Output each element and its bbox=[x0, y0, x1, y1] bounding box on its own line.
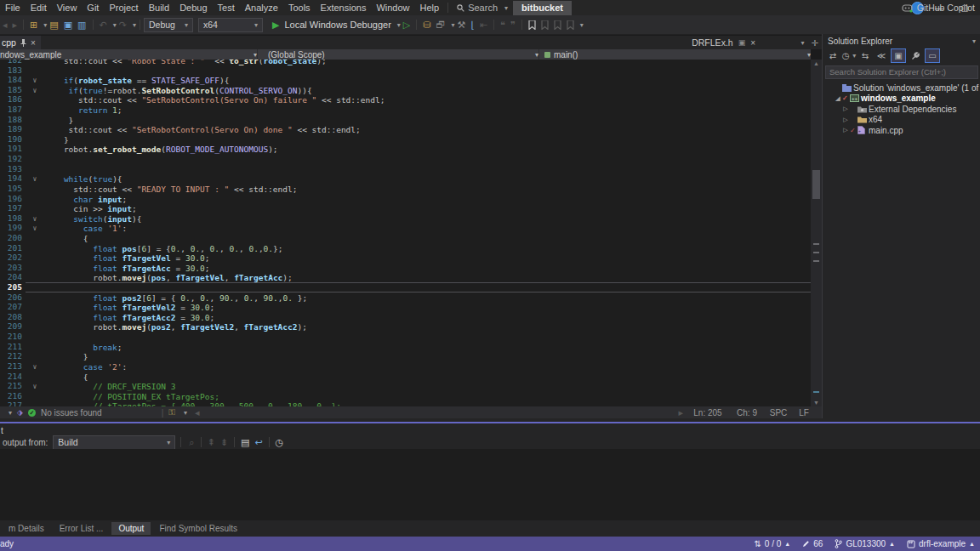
redo-icon[interactable]: ↷ bbox=[117, 20, 129, 31]
code-line-186[interactable]: 186 std::cout << "SetRobotControl(Servo … bbox=[0, 94, 811, 105]
code-line-217[interactable]: 217 // tTargetPos = { 400., 300., 500., … bbox=[0, 400, 811, 406]
split-window-icon[interactable]: ✛ bbox=[812, 38, 818, 48]
menu-edit[interactable]: Edit bbox=[26, 3, 52, 13]
nav-forward-icon[interactable]: ▸ bbox=[10, 20, 20, 31]
code-line-215[interactable]: 215∨ // DRCF_VERSION 3 bbox=[0, 381, 811, 391]
switch-views-icon[interactable]: ⇄ bbox=[826, 49, 840, 62]
code-line-188[interactable]: 188 } bbox=[0, 115, 811, 125]
tree-item-external-dependencies[interactable]: ▷External Dependencies bbox=[823, 104, 980, 115]
code-line-202[interactable]: 202 float fTargetVel = 30.0; bbox=[0, 253, 811, 263]
uncomment-icon[interactable]: ❞ bbox=[508, 20, 518, 31]
tree-item-windows-example[interactable]: ◢✓++windows_example bbox=[823, 94, 980, 105]
attach-icon[interactable]: ⛁ bbox=[420, 20, 433, 31]
panel-tab-error-list-[interactable]: Error List ... bbox=[53, 522, 111, 535]
updown-counter[interactable]: ⇅ 0 / 0 ▲ bbox=[754, 539, 790, 548]
code-line-216[interactable]: 216 // POSITION_EX tTargetPos; bbox=[0, 391, 811, 401]
panel-tab-find-symbol-results[interactable]: Find Symbol Results bbox=[152, 522, 244, 535]
undo-icon[interactable]: ↶ bbox=[97, 20, 110, 31]
clear-all-icon[interactable]: ▤ bbox=[238, 437, 252, 448]
navigate-icon[interactable]: ⌊ bbox=[468, 20, 476, 31]
code-line-208[interactable]: 208 float fTargetAcc2 = 30.0; bbox=[0, 312, 811, 322]
chevron-down-icon[interactable]: ▾ bbox=[972, 37, 976, 45]
code-line-184[interactable]: 184∨ if(robot_state == STATE_SAFE_OFF){ bbox=[0, 75, 811, 85]
code-line-193[interactable]: 193 bbox=[0, 164, 811, 174]
menu-debug[interactable]: Debug bbox=[174, 3, 212, 13]
repo-indicator[interactable]: drfl-example ▲ bbox=[907, 539, 975, 548]
expand-arrow-icon[interactable]: ▷ bbox=[841, 116, 850, 123]
code-line-209[interactable]: 209 robot.movej(pos2, fTargetVel2, fTarg… bbox=[0, 321, 811, 332]
bookmark-icon[interactable] bbox=[526, 20, 538, 30]
new-item-icon[interactable]: ⊞ bbox=[27, 20, 40, 31]
expand-arrow-icon[interactable]: ▷ bbox=[841, 127, 850, 133]
close-icon[interactable]: × bbox=[31, 38, 36, 48]
clear-bookmarks-icon[interactable] bbox=[564, 20, 577, 30]
fold-chevron-icon[interactable]: ∨ bbox=[26, 214, 44, 223]
menu-test[interactable]: Test bbox=[213, 3, 240, 13]
scroll-down-icon[interactable]: ▼ bbox=[811, 400, 822, 406]
save-icon[interactable]: ▣ bbox=[61, 20, 75, 31]
scroll-up-icon[interactable]: ▲ bbox=[811, 60, 822, 66]
tree-item-main-cpp[interactable]: ▷✓+main.cpp bbox=[823, 125, 980, 136]
start-without-debug-icon[interactable]: ▷ bbox=[401, 20, 413, 31]
code-line-212[interactable]: 212 } bbox=[0, 351, 811, 361]
editor-vertical-scrollbar[interactable]: ▲ ▼ bbox=[811, 60, 822, 406]
code-line-204[interactable]: 204 robot.movej(pos, fTargetVel, fTarget… bbox=[0, 272, 811, 282]
code-line-197[interactable]: 197 cin >> input; bbox=[0, 203, 811, 213]
code-line-207[interactable]: 207 float fTargetVel2 = 30.0; bbox=[0, 302, 811, 312]
menu-project[interactable]: Project bbox=[104, 3, 143, 13]
comment-icon[interactable]: ❝ bbox=[498, 20, 508, 31]
output-source-dropdown[interactable]: Build ▾ bbox=[53, 435, 175, 450]
eol-indicator[interactable]: LF bbox=[793, 408, 815, 418]
breadcrumb-member-dropdown[interactable]: main() ▾ bbox=[539, 49, 811, 60]
panel-divider[interactable] bbox=[0, 418, 980, 425]
word-wrap-icon[interactable]: ↩ bbox=[252, 437, 265, 448]
code-line-200[interactable]: 200 { bbox=[0, 233, 811, 243]
code-line-194[interactable]: 194∨ while(true){ bbox=[0, 173, 811, 184]
menu-git[interactable]: Git bbox=[82, 3, 104, 13]
tab-main-cpp[interactable]: cpp × bbox=[0, 36, 41, 49]
indent-icon[interactable]: ⇤ bbox=[477, 20, 490, 31]
configuration-dropdown[interactable]: Debug▾ bbox=[144, 18, 193, 32]
run-button-label[interactable]: Local Windows Debugger bbox=[284, 20, 390, 30]
fold-chevron-icon[interactable]: ∨ bbox=[26, 174, 44, 183]
copilot-badge[interactable]: GitHub Copilot bbox=[902, 3, 975, 13]
fold-chevron-icon[interactable]: ∨ bbox=[26, 362, 44, 371]
spaces-indicator[interactable]: SPC bbox=[764, 408, 793, 418]
close-icon[interactable]: × bbox=[750, 38, 755, 48]
search-box[interactable]: Search ▾ bbox=[452, 3, 513, 13]
code-line-192[interactable]: 192 bbox=[0, 154, 811, 164]
code-line-185[interactable]: 185∨ if(true!=robot.SetRobotControl(CONT… bbox=[0, 85, 811, 95]
branch-indicator[interactable]: GL013300 ▲ bbox=[835, 539, 895, 548]
code-line-190[interactable]: 190 } bbox=[0, 134, 811, 145]
code-line-182[interactable]: 182 std::cout << "Robot State : " << to_… bbox=[0, 60, 811, 65]
panel-tab-output[interactable]: Output bbox=[111, 522, 151, 535]
fold-chevron-icon[interactable]: ∨ bbox=[26, 76, 44, 84]
code-line-214[interactable]: 214 { bbox=[0, 372, 811, 382]
tree-item-x64[interactable]: ▷x64 bbox=[823, 115, 980, 126]
code-line-213[interactable]: 213∨ case '2': bbox=[0, 361, 811, 372]
code-line-183[interactable]: 183 bbox=[0, 65, 811, 76]
code-line-196[interactable]: 196 char input; bbox=[0, 194, 811, 204]
save-all-icon[interactable]: ▥ bbox=[75, 20, 88, 31]
timestamp-clock-icon[interactable]: ◷ bbox=[273, 437, 287, 448]
code-cleanup-broom-icon[interactable]: ⚿ bbox=[168, 407, 175, 418]
menu-tools[interactable]: Tools bbox=[283, 3, 316, 13]
code-cleanup-icon[interactable]: ⚒ bbox=[455, 20, 469, 31]
code-line-206[interactable]: 206 float pos2[6] = { 0., 0., 90., 0., 9… bbox=[0, 293, 811, 303]
fold-chevron-icon[interactable]: ∨ bbox=[26, 382, 44, 390]
code-line-198[interactable]: 198∨ switch(input){ bbox=[0, 213, 811, 224]
code-line-203[interactable]: 203 float fTargetAcc = 30.0; bbox=[0, 263, 811, 273]
fold-chevron-icon[interactable]: ∨ bbox=[26, 86, 44, 94]
tab-drflex-h[interactable]: DRFLEx.h ▣ × bbox=[692, 36, 755, 49]
issues-label[interactable]: No issues found bbox=[41, 408, 102, 418]
breadcrumb-project-dropdown[interactable]: ndows_example ▾ bbox=[0, 49, 258, 60]
collapse-all-icon[interactable]: ≪ bbox=[875, 49, 888, 62]
nav-back-icon[interactable]: ◂ bbox=[0, 20, 10, 31]
sync-with-active-document-icon[interactable]: ⇆ bbox=[858, 49, 872, 62]
show-all-files-icon[interactable]: ▣ bbox=[891, 48, 906, 63]
chevron-down-icon[interactable]: ▾ bbox=[9, 409, 12, 417]
menu-analyze[interactable]: Analyze bbox=[240, 3, 283, 13]
window-layout-icon[interactable]: 🗗 bbox=[434, 20, 448, 30]
tab-list-chevron-icon[interactable]: ▾ bbox=[801, 39, 805, 47]
pending-edits[interactable]: 66 bbox=[802, 539, 823, 548]
